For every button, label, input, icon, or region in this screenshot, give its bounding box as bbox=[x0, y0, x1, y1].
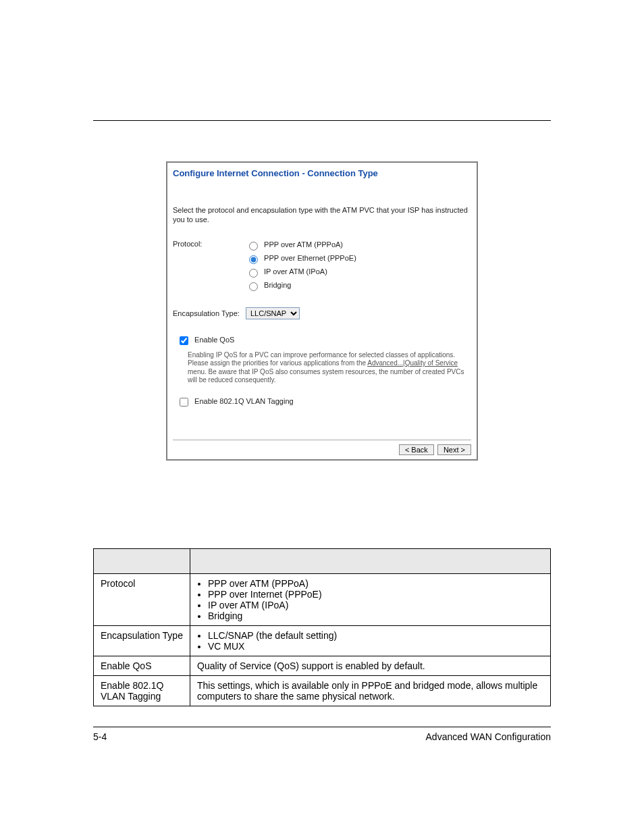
cell-setting: Protocol bbox=[94, 573, 190, 625]
protocol-option-pppoe[interactable]: PPP over Ethernet (PPPoE) bbox=[246, 253, 356, 264]
list-item: VC MUX bbox=[208, 641, 543, 652]
protocol-label: Protocol: bbox=[173, 240, 246, 294]
encapsulation-list: LLC/SNAP (the default setting) VC MUX bbox=[197, 630, 543, 652]
next-button[interactable]: Next > bbox=[437, 444, 471, 455]
config-screenshot-panel: Configure Internet Connection - Connecti… bbox=[166, 161, 478, 461]
panel-title: Configure Internet Connection - Connecti… bbox=[173, 168, 471, 178]
list-item: PPP over ATM (PPPoA) bbox=[208, 578, 543, 589]
list-item: IP over ATM (IPoA) bbox=[208, 600, 543, 610]
enable-qos-checkbox-label[interactable]: Enable QoS bbox=[177, 336, 234, 344]
panel-separator bbox=[173, 440, 471, 440]
radio-label: IP over ATM (IPoA) bbox=[264, 267, 327, 276]
radio-label: PPP over ATM (PPPoA) bbox=[264, 240, 343, 249]
cell-description: This settings, which is available only i… bbox=[190, 675, 551, 706]
table-row: Protocol PPP over ATM (PPPoA) PPP over I… bbox=[94, 573, 551, 625]
table-header-description bbox=[190, 548, 551, 573]
table-header-setting bbox=[94, 548, 190, 573]
cell-setting: Encapsulation Type bbox=[94, 625, 190, 656]
radio-ipoa[interactable] bbox=[249, 269, 258, 278]
radio-label: Bridging bbox=[264, 281, 291, 289]
cell-description: PPP over ATM (PPPoA) PPP over Internet (… bbox=[190, 573, 551, 625]
encapsulation-select[interactable]: LLC/SNAP bbox=[246, 307, 300, 319]
cell-setting: Enable 802.1Q VLAN Tagging bbox=[94, 675, 190, 706]
header-rule bbox=[93, 120, 551, 121]
radio-label: PPP over Ethernet (PPPoE) bbox=[264, 254, 356, 262]
qos-desc-link: Advanced...|Quality of Service bbox=[367, 359, 458, 367]
enable-vlan-checkbox-label[interactable]: Enable 802.1Q VLAN Tagging bbox=[177, 397, 294, 405]
settings-description-table: Protocol PPP over ATM (PPPoA) PPP over I… bbox=[93, 548, 551, 706]
panel-intro-text: Select the protocol and encapsulation ty… bbox=[173, 205, 471, 225]
checkbox-label: Enable QoS bbox=[194, 336, 234, 344]
document-page: Configure Internet Connection - Connecti… bbox=[0, 120, 644, 834]
enable-vlan-checkbox[interactable] bbox=[180, 398, 188, 407]
radio-bridging[interactable] bbox=[249, 282, 258, 291]
encapsulation-row: Encapsulation Type: LLC/SNAP bbox=[173, 307, 471, 319]
protocol-option-ipoa[interactable]: IP over ATM (IPoA) bbox=[246, 267, 356, 278]
cell-setting: Enable QoS bbox=[94, 656, 190, 675]
page-number: 5-4 bbox=[93, 731, 107, 742]
footer-rule bbox=[93, 727, 551, 727]
radio-pppoe[interactable] bbox=[249, 255, 258, 264]
qos-desc-post: menu. Be aware that IP QoS also consumes… bbox=[188, 368, 464, 384]
list-item: LLC/SNAP (the default setting) bbox=[208, 630, 543, 641]
cell-description: LLC/SNAP (the default setting) VC MUX bbox=[190, 625, 551, 656]
button-row: < Back Next > bbox=[173, 444, 471, 455]
protocol-list: PPP over ATM (PPPoA) PPP over Internet (… bbox=[197, 578, 543, 621]
enable-vlan-row: Enable 802.1Q VLAN Tagging bbox=[177, 396, 471, 409]
radio-pppoa[interactable] bbox=[249, 242, 258, 251]
cell-description: Quality of Service (QoS) support is enab… bbox=[190, 656, 551, 675]
table-row: Enable QoS Quality of Service (QoS) supp… bbox=[94, 656, 551, 675]
enable-qos-row: Enable QoS bbox=[177, 334, 471, 347]
back-button[interactable]: < Back bbox=[399, 444, 434, 455]
page-footer: 5-4 Advanced WAN Configuration bbox=[93, 731, 551, 742]
protocol-option-pppoa[interactable]: PPP over ATM (PPPoA) bbox=[246, 240, 356, 251]
protocol-option-bridging[interactable]: Bridging bbox=[246, 280, 356, 291]
list-item: Bridging bbox=[208, 610, 543, 621]
encapsulation-label: Encapsulation Type: bbox=[173, 309, 246, 317]
list-item: PPP over Internet (PPPoE) bbox=[208, 589, 543, 600]
table-header-row bbox=[94, 548, 551, 573]
section-title: Advanced WAN Configuration bbox=[426, 731, 551, 742]
qos-description: Enabling IP QoS for a PVC can improve pe… bbox=[188, 351, 466, 385]
checkbox-label: Enable 802.1Q VLAN Tagging bbox=[194, 397, 294, 405]
enable-qos-checkbox[interactable] bbox=[180, 336, 188, 345]
protocol-row: Protocol: PPP over ATM (PPPoA) PPP over … bbox=[173, 240, 471, 294]
table-row: Encapsulation Type LLC/SNAP (the default… bbox=[94, 625, 551, 656]
protocol-options: PPP over ATM (PPPoA) PPP over Ethernet (… bbox=[246, 240, 356, 294]
table-row: Enable 802.1Q VLAN Tagging This settings… bbox=[94, 675, 551, 706]
